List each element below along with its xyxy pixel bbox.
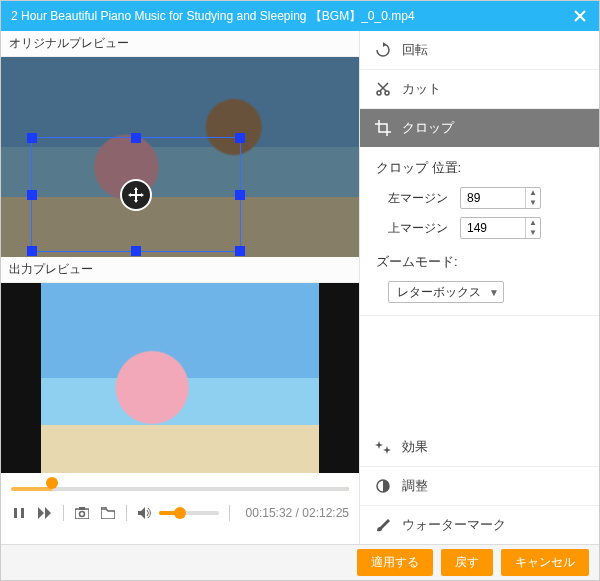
- spin-down-icon[interactable]: ▼: [526, 228, 540, 238]
- folder-icon[interactable]: [100, 505, 116, 521]
- rotate-icon: [374, 41, 392, 59]
- volume-control: [137, 505, 219, 521]
- spacer: [360, 316, 599, 428]
- svg-point-5: [377, 91, 381, 95]
- top-margin-label: 上マージン: [388, 220, 452, 237]
- tab-label: 調整: [402, 477, 428, 495]
- apply-button[interactable]: 適用する: [357, 549, 433, 576]
- spin-down-icon[interactable]: ▼: [526, 198, 540, 208]
- tab-label: 効果: [402, 438, 428, 456]
- crop-handle-tm[interactable]: [131, 133, 141, 143]
- spin-up-icon[interactable]: ▲: [526, 188, 540, 198]
- svg-rect-0: [14, 508, 17, 518]
- left-margin-row: 左マージン ▲ ▼: [376, 187, 583, 209]
- revert-button[interactable]: 戻す: [441, 549, 493, 576]
- contrast-icon: [374, 477, 392, 495]
- crop-handle-bm[interactable]: [131, 246, 141, 256]
- volume-thumb[interactable]: [174, 507, 186, 519]
- stars-icon: [374, 438, 392, 456]
- video-edit-window: 2 Hour Beautiful Piano Music for Studyin…: [0, 0, 600, 581]
- left-pane: オリジナルプレビュー 出力プレビュー: [1, 31, 359, 544]
- left-margin-spinbox[interactable]: ▲ ▼: [460, 187, 541, 209]
- crop-handle-ml[interactable]: [27, 190, 37, 200]
- spin-up-icon[interactable]: ▲: [526, 218, 540, 228]
- separator: [63, 505, 64, 521]
- crop-handle-mr[interactable]: [235, 190, 245, 200]
- time-total: 02:12:25: [302, 506, 349, 520]
- tab-label: カット: [402, 80, 441, 98]
- top-margin-input[interactable]: [461, 221, 525, 235]
- chevron-down-icon: ▼: [489, 287, 499, 298]
- svg-point-3: [80, 512, 85, 517]
- seek-bar[interactable]: [11, 481, 349, 497]
- cancel-button[interactable]: キャンセル: [501, 549, 589, 576]
- top-margin-spinbox[interactable]: ▲ ▼: [460, 217, 541, 239]
- svg-rect-1: [21, 508, 24, 518]
- move-icon[interactable]: [120, 179, 152, 211]
- left-margin-label: 左マージン: [388, 190, 452, 207]
- tab-crop[interactable]: クロップ: [360, 109, 599, 147]
- tab-label: ウォーターマーク: [402, 516, 506, 534]
- zoom-mode-select[interactable]: レターボックス ▼: [388, 281, 504, 303]
- snapshot-icon[interactable]: [74, 505, 90, 521]
- separator: [229, 505, 230, 521]
- control-row: 00:15:32 / 02:12:25: [11, 505, 349, 521]
- right-pane: 回転 カット クロップ クロップ 位置: 左マージン: [359, 31, 599, 544]
- crop-handle-tr[interactable]: [235, 133, 245, 143]
- tab-rotate[interactable]: 回転: [360, 31, 599, 70]
- crop-icon: [374, 119, 392, 137]
- footer: 適用する 戻す キャンセル: [1, 544, 599, 580]
- tab-watermark[interactable]: ウォーターマーク: [360, 506, 599, 544]
- brush-icon: [374, 516, 392, 534]
- svg-rect-2: [75, 509, 89, 519]
- svg-rect-4: [79, 507, 85, 510]
- separator: [126, 505, 127, 521]
- scissors-icon: [374, 80, 392, 98]
- svg-point-6: [385, 91, 389, 95]
- crop-handle-tl[interactable]: [27, 133, 37, 143]
- time-current: 00:15:32: [246, 506, 293, 520]
- seek-thumb[interactable]: [46, 477, 58, 489]
- tab-cut[interactable]: カット: [360, 70, 599, 109]
- top-margin-row: 上マージン ▲ ▼: [376, 217, 583, 239]
- crop-panel: クロップ 位置: 左マージン ▲ ▼ 上マージン: [360, 147, 599, 316]
- pause-icon[interactable]: [11, 505, 27, 521]
- volume-icon[interactable]: [137, 505, 153, 521]
- player-controls: 00:15:32 / 02:12:25: [1, 473, 359, 544]
- zoom-mode-value: レターボックス: [397, 284, 481, 301]
- time-display: 00:15:32 / 02:12:25: [246, 506, 349, 520]
- crop-handle-bl[interactable]: [27, 246, 37, 256]
- close-icon[interactable]: [571, 7, 589, 25]
- tab-label: 回転: [402, 41, 428, 59]
- fast-forward-icon[interactable]: [37, 505, 53, 521]
- body: オリジナルプレビュー 出力プレビュー: [1, 31, 599, 544]
- tab-adjust[interactable]: 調整: [360, 467, 599, 506]
- tab-label: クロップ: [402, 119, 454, 137]
- zoom-mode-heading: ズームモード:: [376, 253, 583, 271]
- output-preview-label: 出力プレビュー: [1, 257, 359, 283]
- titlebar: 2 Hour Beautiful Piano Music for Studyin…: [1, 1, 599, 31]
- left-margin-input[interactable]: [461, 191, 525, 205]
- output-frame: [41, 283, 319, 473]
- crop-handle-br[interactable]: [235, 246, 245, 256]
- window-title: 2 Hour Beautiful Piano Music for Studyin…: [11, 8, 571, 25]
- crop-rectangle[interactable]: [31, 137, 241, 252]
- volume-slider[interactable]: [159, 511, 219, 515]
- tab-effect[interactable]: 効果: [360, 428, 599, 467]
- original-preview-label: オリジナルプレビュー: [1, 31, 359, 57]
- output-preview: [1, 283, 359, 473]
- crop-position-heading: クロップ 位置:: [376, 159, 583, 177]
- original-preview[interactable]: [1, 57, 359, 257]
